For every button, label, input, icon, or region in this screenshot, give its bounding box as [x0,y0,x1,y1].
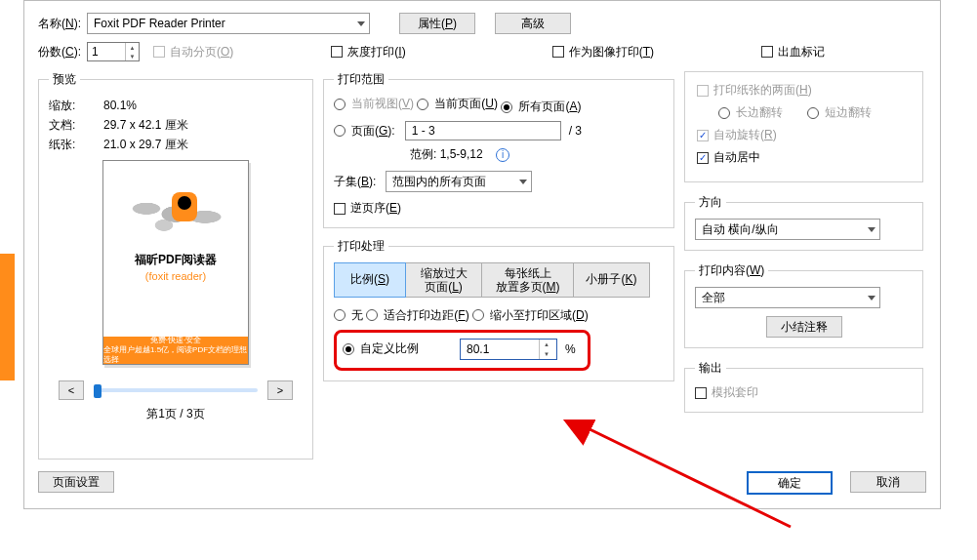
next-page-button[interactable]: > [267,380,293,400]
doc-size-value: 29.7 x 42.1 厘米 [103,115,188,135]
print-content-legend: 打印内容(W) [695,262,768,279]
paper-size-label: 纸张: [49,135,103,154]
page-indicator: 第1页 / 3页 [49,406,303,422]
orientation-select[interactable]: 自动 横向/纵向 [695,219,880,240]
simulate-overprint-label: 模拟套印 [712,384,758,401]
reverse-order-label: 逆页序(E) [350,200,401,217]
duplex-group: 打印纸张的两面(H) 长边翻转 短边翻转 自动旋转(R) 自动居中 [684,71,923,182]
preview-group: 预览 缩放:80.1% 文档:29.7 x 42.1 厘米 纸张:21.0 x … [38,71,313,460]
prev-page-button[interactable]: < [59,380,84,400]
copies-input[interactable] [88,43,125,60]
copies-label: 份数(C): [38,44,81,60]
auto-center-checkbox[interactable] [697,152,709,164]
print-range-group: 打印范围 当前视图(V) 当前页面(U) 所有页面(A) 页面(G): / 3 [323,71,674,228]
auto-rotate-label: 自动旋转(R) [713,127,777,143]
tab-scale[interactable]: 比例(S) [334,262,406,298]
collate-checkbox [153,46,165,58]
pages-radio[interactable] [334,125,346,137]
page-total: / 3 [569,124,582,138]
paper-size-value: 21.0 x 29.7 厘米 [103,135,188,154]
print-as-image-label: 作为图像打印(T) [569,44,654,60]
copies-spinner[interactable]: ▲▼ [87,42,140,61]
properties-button[interactable]: 属性(P) [399,13,475,34]
print-range-legend: 打印范围 [334,71,388,88]
simulate-overprint-checkbox[interactable] [695,387,707,399]
summarize-comments-button[interactable]: 小结注释 [766,316,842,338]
subset-select[interactable]: 范围内的所有页面 [386,171,532,192]
scale-none-radio[interactable] [334,309,346,321]
page-preview: 福昕PDF阅读器 (foxit reader) 免费·快速·安全 全球用户超越1… [102,160,249,365]
auto-rotate-checkbox [697,130,709,141]
page-handling-group: 打印处理 比例(S) 缩放过大 页面(L) 每张纸上 放置多页(M) 小册子(K… [323,238,674,381]
collate-label: 自动分页(O) [170,44,233,60]
duplex-checkbox [697,85,709,97]
zoom-value: 80.1% [103,96,137,115]
chevron-down-icon [519,180,527,184]
tab-multiple[interactable]: 每张纸上 放置多页(M) [482,262,574,298]
range-example: 范例: 1,5-9,12 [410,147,483,161]
output-group: 输出 模拟套印 [684,360,923,413]
output-legend: 输出 [695,360,726,377]
page-setup-button[interactable]: 页面设置 [38,471,114,493]
print-as-image-checkbox[interactable] [552,46,564,58]
bleed-marks-checkbox[interactable] [761,46,773,58]
preview-legend: 预览 [49,71,80,88]
chevron-down-icon [868,227,875,232]
custom-scale-highlight: 自定义比例 ▲▼ % [334,330,590,371]
percent-label: % [565,342,576,356]
page-range-input[interactable] [405,121,561,140]
printer-select[interactable]: Foxit PDF Reader Printer [87,13,370,34]
print-content-select[interactable]: 全部 [695,287,880,308]
logo-icon [172,192,197,221]
orientation-legend: 方向 [695,194,726,211]
bleed-marks-label: 出血标记 [778,44,825,60]
current-page-radio[interactable] [417,99,428,110]
tab-booklet[interactable]: 小册子(K) [574,262,650,298]
orientation-group: 方向 自动 横向/纵向 [684,194,923,251]
auto-center-label: 自动居中 [713,149,760,166]
scale-fit-radio[interactable] [366,309,378,321]
print-content-group: 打印内容(W) 全部 小结注释 [684,262,923,348]
custom-scale-input[interactable] [461,340,539,359]
duplex-label: 打印纸张的两面(H) [713,82,812,99]
doc-size-label: 文档: [49,115,103,135]
reverse-order-checkbox[interactable] [334,203,346,215]
all-pages-radio[interactable] [501,101,512,113]
advanced-button[interactable]: 高级 [495,13,571,34]
grayscale-label: 灰度打印(I) [347,44,405,60]
page-slider[interactable] [94,388,258,392]
tab-tile[interactable]: 缩放过大 页面(L) [406,262,482,298]
current-view-radio [334,99,346,110]
chevron-down-icon [868,296,875,300]
scale-custom-radio[interactable] [343,343,354,355]
long-edge-radio [718,107,730,119]
short-edge-radio [807,107,819,119]
chevron-down-icon [357,21,365,26]
info-icon[interactable]: i [496,148,509,162]
zoom-label: 缩放: [49,96,103,115]
custom-scale-spinner[interactable]: ▲▼ [460,339,557,360]
ok-button[interactable]: 确定 [747,471,833,495]
scale-custom-label: 自定义比例 [360,340,419,357]
scale-shrink-radio[interactable] [472,309,484,321]
print-dialog: 名称(N): Foxit PDF Reader Printer 属性(P) 高级… [23,0,941,509]
name-label: 名称(N): [38,16,81,32]
grayscale-checkbox[interactable] [331,46,343,58]
subset-label: 子集(B): [334,174,376,190]
page-handling-legend: 打印处理 [334,238,388,255]
cancel-button[interactable]: 取消 [850,471,926,493]
